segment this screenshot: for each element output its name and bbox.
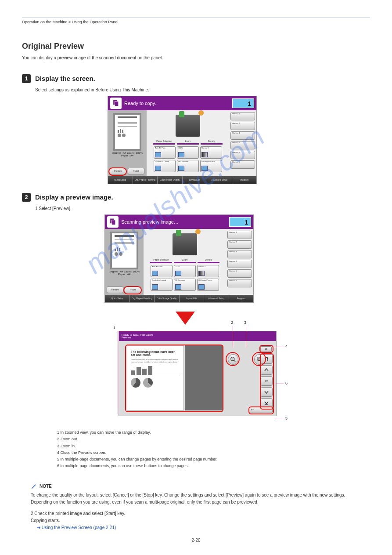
svg-rect-3 bbox=[112, 220, 115, 225]
tile-combine[interactable]: Off Combine bbox=[177, 160, 199, 172]
shortcut-5[interactable]: Shortcut 5 bbox=[230, 151, 255, 159]
preview-button[interactable]: Preview bbox=[107, 287, 123, 293]
callout-1: 1 bbox=[113, 326, 115, 330]
tab-color[interactable]: Color/ Image Quality bbox=[155, 295, 180, 302]
page-last-button[interactable] bbox=[260, 398, 273, 408]
tab-color[interactable]: Color/ Image Quality bbox=[158, 176, 183, 184]
note-title: NOTE bbox=[31, 483, 370, 490]
thumb-label: Original : A4 Zoom : 100% Paper : A4 bbox=[110, 152, 145, 157]
shortcut-1[interactable]: Shortcut 1 bbox=[230, 112, 255, 120]
legend-5: 5 In multiple-page documents, you can ch… bbox=[57, 456, 370, 463]
callout-6: 6 bbox=[285, 381, 288, 385]
tile-staple[interactable]: Off Staple/Punch bbox=[200, 160, 222, 172]
svg-line-5 bbox=[234, 360, 236, 362]
page-number: 2-20 bbox=[0, 538, 392, 543]
label-density: Density bbox=[201, 139, 223, 145]
page-indicator: 1/1 bbox=[260, 376, 273, 386]
tab-quick[interactable]: Quick Setup bbox=[108, 176, 133, 184]
step1-title: Display the screen. bbox=[35, 75, 95, 82]
flow-arrow-icon bbox=[176, 312, 195, 325]
page-next-button[interactable] bbox=[260, 387, 273, 397]
panel1-status: Ready to copy. bbox=[124, 101, 232, 106]
tab-org[interactable]: Org./Paper/ Finishing bbox=[133, 176, 158, 184]
tab-layout[interactable]: Layout/Edit bbox=[180, 295, 205, 302]
preview-button[interactable]: Preview bbox=[110, 168, 126, 174]
preview-page-2 bbox=[185, 345, 223, 410]
tab-program[interactable]: Program bbox=[232, 176, 257, 184]
page-prev-button[interactable] bbox=[260, 365, 273, 375]
step2-text: 1 Select [Preview]. bbox=[35, 206, 370, 211]
preview-page[interactable]: The following items have been set and mo… bbox=[127, 345, 184, 410]
legend-4: 4 Close the Preview screen. bbox=[57, 450, 370, 456]
copy-panel-initial: Ready to copy. 1 Original : A4 Zoom : 10… bbox=[108, 96, 257, 184]
section-desc: You can display a preview image of the s… bbox=[22, 54, 370, 61]
tile-combine[interactable]: Off Combine bbox=[174, 279, 196, 291]
zoom-out-button[interactable] bbox=[228, 354, 238, 365]
shortcut-6[interactable]: Shortcut 6 bbox=[227, 279, 252, 287]
legend-1: 1 In zoomed view, you can move the range… bbox=[57, 429, 370, 436]
shortcut-3[interactable]: Shortcut 3 bbox=[230, 131, 255, 140]
tile-paper[interactable]: Auto A4 Plain bbox=[151, 265, 173, 277]
note-line4: Copying starts. bbox=[31, 517, 370, 524]
step2-num: 2 bbox=[22, 193, 31, 202]
tab-advanced[interactable]: Advanced Setup bbox=[204, 295, 229, 302]
label-zoom: Zoom bbox=[177, 139, 199, 145]
shortcut-2[interactable]: Shortcut 2 bbox=[227, 240, 252, 249]
label-zoom: Zoom bbox=[174, 258, 196, 263]
preview-page-title: The following items have been set and mo… bbox=[131, 350, 180, 356]
preview-thumbnail bbox=[113, 113, 141, 151]
shortcut-2[interactable]: Shortcut 2 bbox=[230, 122, 255, 130]
tile-duplex[interactable]: 2-sided >>1-sided bbox=[154, 160, 176, 172]
panel2-copies[interactable]: 1 bbox=[229, 217, 251, 227]
tile-duplex[interactable]: 2-sided >>1-sided bbox=[151, 279, 173, 291]
pencil-icon bbox=[31, 483, 37, 490]
callout-3: 3 bbox=[244, 320, 246, 325]
section-title: Original Preview bbox=[22, 42, 370, 51]
callout-5: 5 bbox=[285, 416, 288, 421]
shortcut-3[interactable]: Shortcut 3 bbox=[227, 250, 252, 258]
preview-thumbnail bbox=[110, 232, 138, 269]
shortcut-4[interactable]: Shortcut 4 bbox=[227, 260, 252, 268]
tab-org[interactable]: Org./Paper/ Finishing bbox=[130, 295, 155, 302]
callout-2: 2 bbox=[231, 320, 233, 325]
thumb-label: Original : A4 Zoom : 100% Paper : A4 bbox=[107, 270, 142, 276]
panel1-copies[interactable]: 1 bbox=[232, 98, 254, 108]
see-also-link[interactable]: ➔ Using the Preview Screen (page 2-21) bbox=[37, 524, 370, 531]
tile-zoom[interactable]: 100% bbox=[174, 265, 196, 277]
tab-advanced[interactable]: Advanced Setup bbox=[207, 176, 232, 184]
panel2-status: Scanning preview image… bbox=[121, 219, 229, 225]
shortcut-4[interactable]: Shortcut 4 bbox=[230, 141, 255, 149]
tab-layout[interactable]: Layout/Edit bbox=[183, 176, 208, 184]
tile-density[interactable]: Normal 0 bbox=[197, 265, 219, 277]
tab-quick[interactable]: Quick Setup bbox=[105, 295, 130, 302]
svg-rect-1 bbox=[115, 102, 119, 106]
callout-4: 4 bbox=[285, 344, 288, 348]
page-first-button[interactable] bbox=[260, 354, 273, 364]
shortcut-1[interactable]: Shortcut 1 bbox=[227, 231, 252, 239]
recall-button[interactable]: Recall bbox=[128, 168, 144, 174]
tile-paper[interactable]: Auto A4 Plain bbox=[154, 146, 176, 159]
preview-detail-panel: Ready to copy. (Full Color) Preview The … bbox=[119, 331, 277, 416]
tile-density[interactable]: Normal 0 bbox=[200, 146, 222, 159]
tab-program[interactable]: Program bbox=[229, 295, 254, 302]
close-preview-button[interactable]: ✕ bbox=[260, 346, 272, 352]
legend-6: 6 In multiple-page documents, you can us… bbox=[57, 463, 370, 469]
tile-zoom[interactable]: 100% bbox=[177, 146, 199, 159]
note-line1: To change the quality or the layout, sel… bbox=[31, 492, 370, 499]
tile-staple[interactable]: Off Staple/Punch bbox=[197, 279, 219, 291]
label-paper: Paper Selection bbox=[150, 258, 172, 263]
note-line3: 2 Check the printed image and select [St… bbox=[31, 510, 370, 517]
step1-text: Select settings as explained in Before U… bbox=[35, 87, 370, 92]
printer-graphic bbox=[145, 231, 224, 258]
detail-header-2: Preview bbox=[122, 336, 273, 339]
shortcut-5[interactable]: Shortcut 5 bbox=[227, 269, 252, 278]
enter-page-button[interactable]: ↵ bbox=[249, 407, 273, 413]
label-density: Density bbox=[198, 258, 219, 263]
copy-icon bbox=[110, 98, 122, 109]
step1-num: 1 bbox=[22, 74, 31, 83]
shortcut-6[interactable]: Shortcut 6 bbox=[230, 160, 255, 169]
legend-2: 2 Zoom out. bbox=[57, 436, 370, 443]
copy-icon bbox=[107, 216, 119, 228]
copy-panel-preview: Scanning preview image… 1 Original : A4 … bbox=[104, 214, 254, 303]
recall-button[interactable]: Recall bbox=[125, 287, 141, 293]
